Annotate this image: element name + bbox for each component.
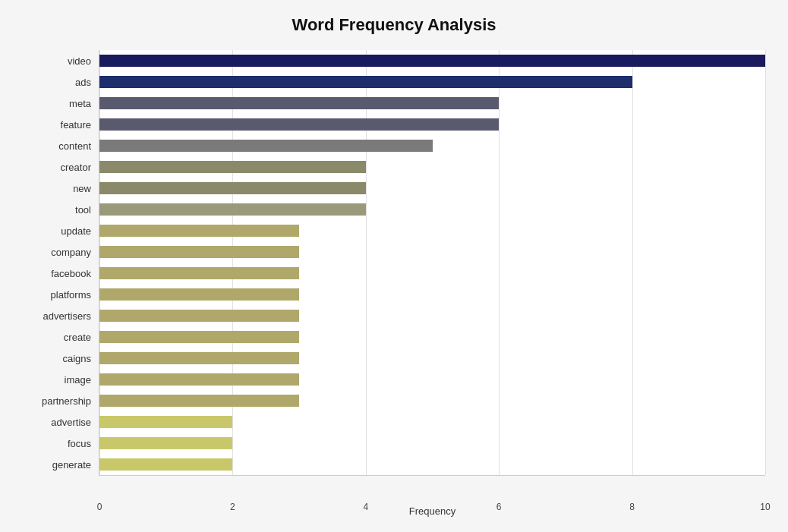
bar [99,310,299,323]
x-tick: 8 [629,502,635,512]
y-label: meta [69,99,91,109]
bar [99,97,499,110]
y-label: company [51,247,91,257]
bar [99,118,499,131]
y-label: create [64,332,91,342]
bar [99,395,299,408]
y-label: creator [61,162,91,172]
y-label: partnership [42,396,91,406]
bar-row [99,284,765,305]
bar-row [99,433,765,454]
y-label: video [68,56,91,66]
bar [99,161,366,174]
bar-row [99,263,765,284]
bar-row [99,50,765,71]
y-label: new [73,184,91,194]
y-label: advertise [51,417,91,427]
bar [99,352,299,365]
bar [99,267,299,280]
y-label: tool [75,205,91,215]
bar-row [99,178,765,199]
bar [99,437,232,450]
bar [99,76,632,89]
bar-row [99,390,765,411]
bar-row [99,348,765,369]
plot-area: 0246810 Frequency [99,50,765,476]
y-label: feature [61,120,91,130]
y-label: platforms [51,290,91,300]
x-tick: 10 [760,502,770,512]
x-tick: 2 [230,502,235,512]
bar-row [99,93,765,114]
bar [99,373,299,386]
y-label: image [65,375,91,385]
bar [99,288,299,301]
x-tick: 4 [363,502,368,512]
bar-row [99,220,765,241]
y-label: ads [75,77,91,87]
bar [99,225,299,238]
bar-row [99,199,765,220]
y-label: update [61,226,91,236]
bar-row [99,71,765,93]
y-label: facebook [51,269,91,279]
bar-row [99,156,765,178]
y-labels: videoadsmetafeaturecontentcreatornewtool… [23,50,99,476]
bar [99,331,299,344]
bar [99,246,299,259]
x-tick: 0 [97,502,102,512]
x-tick: 6 [496,502,502,512]
bar [99,416,232,429]
y-label: focus [68,439,91,449]
x-axis-label: Frequency [409,505,455,517]
bar-row [99,114,765,135]
y-label: advertisers [43,311,91,321]
bar-row [99,305,765,326]
chart-area: videoadsmetafeaturecontentcreatornewtool… [23,50,765,476]
bar-row [99,326,765,348]
bar [99,182,366,195]
bar-row [99,135,765,156]
bar [99,203,366,216]
y-label: generate [52,460,91,470]
bar [99,140,433,153]
chart-container: Word Frequency Analysis videoadsmetafeat… [0,0,788,532]
bar-row [99,241,765,263]
bar-row [99,369,765,390]
bar-row [99,454,765,475]
bar-row [99,411,765,433]
y-label: content [58,141,91,151]
grid-line [765,50,766,475]
y-label: caigns [62,354,91,364]
bar [99,55,765,68]
bar [99,458,232,471]
chart-title: Word Frequency Analysis [23,15,765,35]
